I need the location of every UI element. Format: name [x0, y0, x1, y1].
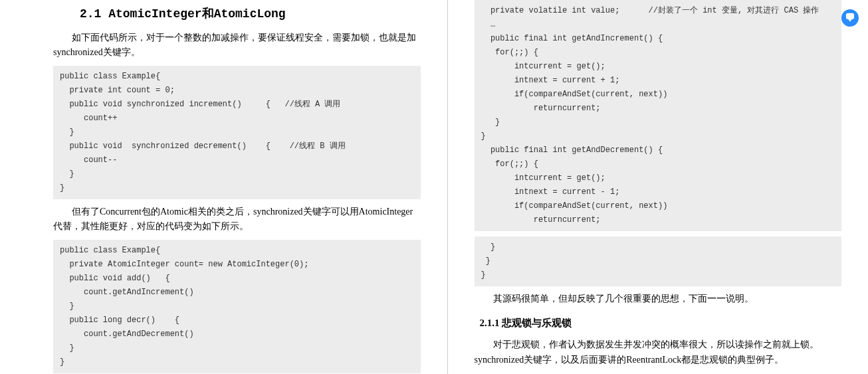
ai-chat-button[interactable] [841, 9, 859, 27]
code-block-source-top: private volatile int value; //封装了一个 int … [475, 0, 842, 231]
paragraph: 如下面代码所示，对于一个整数的加减操作，要保证线程安全，需要加锁，也就是加syn… [53, 31, 421, 60]
document-spread: 2.1 AtomicInteger和AtomicLong 如下面代码所示，对于一… [0, 0, 868, 374]
subsection-heading: 2.1.1 悲观锁与乐观锁 [480, 317, 842, 329]
code-block-source-bottom: } } } [475, 236, 842, 286]
svg-point-2 [851, 15, 852, 17]
ai-chat-icon [845, 11, 855, 25]
paragraph: 其源码很简单，但却反映了几个很重要的思想，下面一一说明。 [475, 292, 842, 306]
code-block-example1: public class Example{ private int count … [53, 66, 421, 199]
left-page: 2.1 AtomicInteger和AtomicLong 如下面代码所示，对于一… [0, 0, 447, 374]
svg-point-1 [848, 15, 849, 17]
paragraph: 但有了Concurrent包的Atomic相关的类之后，synchronized… [53, 205, 421, 234]
section-heading: 2.1 AtomicInteger和AtomicLong [80, 5, 421, 21]
right-page: private volatile int value; //封装了一个 int … [448, 0, 869, 374]
paragraph: 对于悲观锁，作者认为数据发生并发冲突的概率很大，所以读操作之前就上锁。synch… [475, 337, 842, 367]
code-block-example2: public class Example{ private AtomicInte… [53, 240, 421, 373]
svg-rect-0 [847, 13, 854, 19]
